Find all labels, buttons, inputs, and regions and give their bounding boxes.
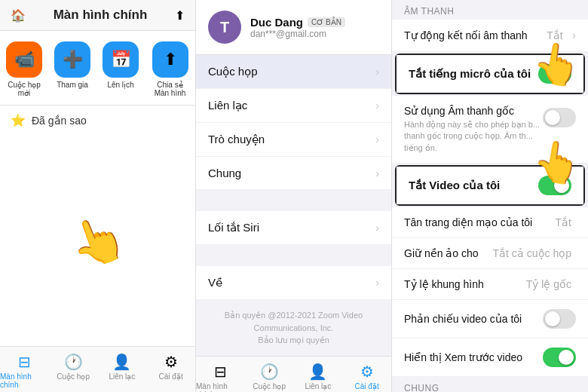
mirror-toggle[interactable]: [543, 309, 576, 329]
schedule-label: Lên lịch: [107, 81, 133, 89]
home-icon: 🏠: [11, 8, 26, 23]
profile-badge: CƠ BẢN: [308, 17, 345, 27]
profile-email: dan***@gmail.com: [250, 29, 379, 39]
contact-nav-icon: 👤: [112, 353, 131, 371]
auto-connect-chevron: ›: [572, 29, 576, 42]
mute-mic-label: Tắt tiếng micrô của tôi: [409, 67, 531, 81]
mute-mic-toggle[interactable]: [538, 64, 571, 84]
middle-bottom-nav: ⊟ Màn hình chính 🕐 Cuộc họp 👤 Liên lạc ⚙…: [196, 356, 391, 393]
settings-row-auto-connect[interactable]: Tự động kết nối âm thanh Tắt ›: [392, 20, 588, 52]
new-meeting-icon: 📹: [6, 41, 42, 78]
share-screen-label: Chia sẻ Màn hình: [151, 81, 189, 97]
home-nav-label: Màn hình chính: [0, 372, 49, 389]
avatar-letter: T: [220, 19, 229, 36]
mid-meeting-icon: 🕐: [260, 363, 279, 381]
settings-row-touch-up[interactable]: Tân trang diện mạo của tôi Tắt: [392, 207, 588, 238]
virtual-bg-value: Tắt cả cuộc họp: [493, 247, 571, 259]
new-meeting-btn[interactable]: 📹 Cuộc họp mới: [6, 41, 42, 97]
section-general-header: CHUNG: [392, 377, 588, 392]
join-btn[interactable]: ➕ Tham gia: [54, 41, 90, 97]
menu-siri[interactable]: Lối tắt Siri ›: [196, 211, 391, 245]
highlight-video-box: Tắt Video của tôi: [395, 165, 585, 206]
left-header: 🏠 Màn hình chính ⬆: [0, 0, 195, 31]
original-sound-label: Sử dụng Âm thanh gốc: [404, 105, 543, 117]
menu-meeting[interactable]: Cuộc họp ›: [196, 55, 391, 89]
menu-contact[interactable]: Liên lạc ›: [196, 89, 391, 123]
menu-meeting-chevron: ›: [375, 66, 379, 78]
middle-panel: T Duc Dang CƠ BẢN dan***@gmail.com Cuộc …: [196, 0, 392, 392]
share-screen-icon: ⬆: [152, 41, 188, 78]
left-actions: 📹 Cuộc họp mới ➕ Tham gia 📅 Lên lịch ⬆ C…: [0, 31, 195, 106]
schedule-icon: 📅: [103, 41, 139, 78]
left-header-title: Màn hình chính: [54, 8, 148, 23]
middle-menu: Cuộc họp › Liên lạc › Trò chuyện › Chung…: [196, 55, 391, 356]
settings-row-mute-video[interactable]: Tắt Video của tôi: [397, 167, 583, 204]
mid-contact-icon: 👤: [308, 363, 327, 381]
mid-contact-label: Liên lạc: [305, 382, 331, 390]
preview-toggle[interactable]: [543, 348, 576, 367]
menu-chat-chevron: ›: [375, 133, 379, 145]
new-meeting-label: Cuộc họp mới: [6, 81, 42, 97]
left-nav-contact[interactable]: 👤 Liên lạc: [98, 353, 147, 389]
mute-video-toggle[interactable]: [538, 176, 571, 195]
join-label: Tham gia: [57, 81, 88, 89]
meeting-nav-icon: 🕐: [64, 353, 83, 371]
left-nav-settings[interactable]: ⚙ Cài đặt: [146, 353, 195, 389]
settings-row-virtual-bg[interactable]: Giữ nền ảo cho Tắt cả cuộc họp: [392, 238, 588, 269]
menu-chat[interactable]: Trò chuyện ›: [196, 123, 391, 157]
menu-contact-label: Liên lạc: [208, 99, 247, 112]
settings-row-preview[interactable]: Hiển thị Xem trước video: [392, 338, 588, 377]
settings-row-mirror[interactable]: Phản chiếu video của tôi: [392, 300, 588, 338]
menu-about-label: Về: [208, 276, 222, 289]
join-icon: ➕: [54, 41, 90, 78]
menu-meeting-label: Cuộc họp: [208, 65, 258, 78]
profile-name: Duc Dang CƠ BẢN: [250, 16, 379, 29]
middle-profile: T Duc Dang CƠ BẢN dan***@gmail.com: [196, 0, 391, 55]
original-sound-desc: Hành động này sẽ cho phép bạn b...thanh …: [404, 119, 543, 154]
left-nav-home[interactable]: ⊟ Màn hình chính: [0, 353, 49, 389]
mid-settings-label: Cài đặt: [355, 382, 379, 390]
mid-meeting-label: Cuộc họp: [253, 382, 286, 390]
settings-row-aspect[interactable]: Tỷ lệ khung hình Tỷ lệ gốc: [392, 269, 588, 300]
menu-about[interactable]: Về ›: [196, 266, 391, 300]
menu-spacer2: [196, 245, 391, 266]
share-screen-btn[interactable]: ⬆ Chia sẻ Màn hình: [151, 41, 189, 97]
original-sound-toggle[interactable]: [543, 108, 576, 127]
copyright-text: Bản quyền @2012-2021 Zoom Video Communic…: [196, 300, 391, 356]
star-icon: ⭐: [11, 113, 26, 127]
hand-cursor-left-area: 👆: [0, 135, 195, 346]
auto-connect-value: Tắt: [547, 29, 562, 41]
preview-label: Hiển thị Xem trước video: [404, 351, 522, 363]
left-bottom-nav: ⊟ Màn hình chính 🕐 Cuộc họp 👤 Liên lạc ⚙…: [0, 346, 195, 392]
mirror-label: Phản chiếu video của tôi: [404, 313, 522, 325]
menu-general-label: Chung: [208, 167, 241, 179]
middle-nav-home[interactable]: ⊟ Màn hình chính: [196, 363, 245, 393]
favorites-label: Đã gắn sao: [32, 115, 87, 127]
settings-nav-label: Cài đặt: [159, 372, 183, 381]
menu-spacer1: [196, 190, 391, 211]
middle-nav-settings[interactable]: ⚙ Cài đặt: [342, 363, 391, 393]
menu-siri-chevron: ›: [375, 222, 379, 234]
meeting-nav-label: Cuộc họp: [57, 372, 90, 381]
right-panel: ÂM THANH Tự động kết nối âm thanh Tắt › …: [392, 0, 588, 392]
settings-row-original-sound[interactable]: Sử dụng Âm thanh gốc Hành động này sẽ ch…: [392, 96, 588, 164]
mid-home-label: Màn hình chính: [196, 382, 245, 393]
touch-up-label: Tân trang diện mạo của tôi: [404, 216, 532, 228]
middle-nav-contact[interactable]: 👤 Liên lạc: [294, 363, 343, 393]
schedule-btn[interactable]: 📅 Lên lịch: [103, 41, 139, 97]
left-panel: 🏠 Màn hình chính ⬆ 📹 Cuộc họp mới ➕ Tham…: [0, 0, 196, 392]
share-icon: ⬆: [175, 8, 185, 23]
menu-chat-label: Trò chuyện: [208, 133, 265, 146]
hand-pointer-left: 👆: [62, 206, 133, 275]
aspect-label: Tỷ lệ khung hình: [404, 278, 484, 290]
auto-connect-label: Tự động kết nối âm thanh: [404, 29, 528, 41]
touch-up-value: Tắt: [556, 216, 571, 228]
mid-settings-icon: ⚙: [360, 363, 374, 381]
settings-nav-icon: ⚙: [164, 353, 178, 371]
settings-row-mute-mic[interactable]: Tắt tiếng micrô của tôi: [397, 55, 583, 93]
menu-siri-label: Lối tắt Siri: [208, 221, 259, 234]
left-nav-meeting[interactable]: 🕐 Cuộc họp: [49, 353, 98, 389]
middle-nav-meeting[interactable]: 🕐 Cuộc họp: [245, 363, 294, 393]
mid-home-icon: ⊟: [214, 363, 227, 381]
menu-general[interactable]: Chung ›: [196, 157, 391, 190]
